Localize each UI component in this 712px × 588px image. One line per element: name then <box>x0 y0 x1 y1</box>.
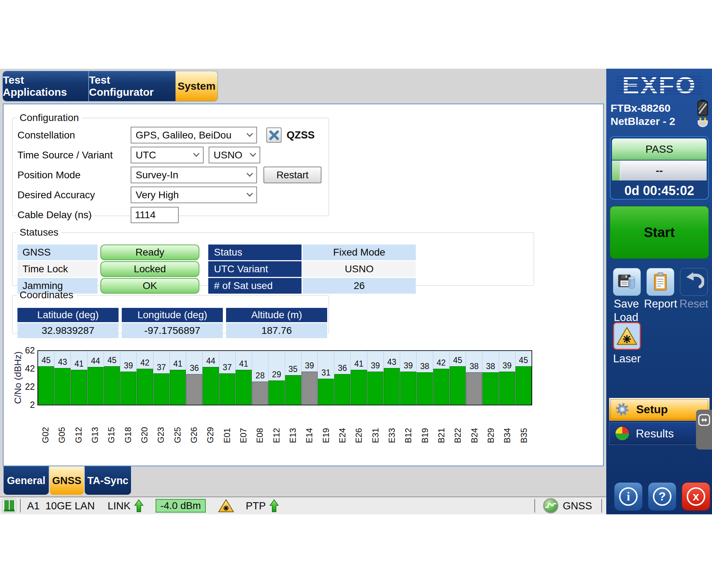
report-icon <box>651 272 670 292</box>
chart-bar <box>38 366 54 405</box>
chevron-down-icon <box>246 170 253 177</box>
desired-accuracy-dropdown[interactable]: Very High <box>131 187 257 203</box>
chart-bar <box>186 374 202 405</box>
desired-accuracy-label: Desired Accuracy <box>17 189 131 201</box>
constellation-dropdown[interactable]: GPS, Galileo, BeiDou <box>131 127 257 143</box>
position-mode-label: Position Mode <box>17 169 131 181</box>
y-tick: 2 <box>19 400 35 410</box>
chevron-down-icon <box>246 190 253 196</box>
gnss-status-badge: Ready <box>100 245 199 260</box>
laser-button[interactable] <box>613 322 641 350</box>
chart-bar <box>252 382 268 405</box>
chart-x-label: B35 <box>516 408 532 443</box>
y-tick: 22 <box>19 382 35 392</box>
help-button[interactable]: ? <box>648 482 676 511</box>
laser-label: Laser <box>613 352 641 366</box>
altitude-column: Altitude (m) 187.76 <box>226 308 327 338</box>
elapsed-timer: 0d 00:45:02 <box>611 183 708 198</box>
cable-delay-input[interactable] <box>131 207 179 223</box>
remote-session-tab[interactable] <box>696 410 712 450</box>
time-lock-status-label: Time Lock <box>17 261 98 277</box>
chart-bar <box>400 372 416 405</box>
chart-bar <box>351 370 367 405</box>
close-button[interactable]: x <box>682 482 710 511</box>
gnss-indicator-label: GNSS <box>563 500 592 512</box>
chart-x-label: E24 <box>334 408 351 443</box>
tab-label: Test Applications <box>3 74 88 98</box>
time-source-dropdown[interactable]: UTC <box>131 147 204 163</box>
chart-x-label: G20 <box>136 408 153 443</box>
coordinates-group: Coordinates Latitude (deg) 32.9839287 Lo… <box>12 289 329 334</box>
constellation-value: GPS, Galileo, BeiDou <box>136 130 231 141</box>
chart-bar <box>71 370 87 405</box>
tab-system[interactable]: System <box>176 71 218 101</box>
chevron-down-icon <box>193 150 199 157</box>
chart-bar <box>318 379 334 405</box>
chart-x-label: E07 <box>235 408 252 443</box>
chart-x-label: G13 <box>87 408 103 443</box>
restart-button[interactable]: Restart <box>263 167 321 183</box>
tab-label: GNSS <box>52 475 81 487</box>
report-button[interactable] <box>646 268 674 296</box>
chart-bar-column: 44 <box>203 351 219 405</box>
chart-bar-column: 45 <box>104 351 120 405</box>
save-load-button[interactable] <box>613 268 641 296</box>
top-tab-bar: Test Applications Test Configurator Syst… <box>3 71 218 101</box>
chart-x-label: G23 <box>153 408 169 443</box>
start-label: Start <box>644 225 675 240</box>
tab-test-applications[interactable]: Test Applications <box>3 71 88 101</box>
chart-x-label: B12 <box>400 408 417 443</box>
progress-bar: -- <box>612 161 707 180</box>
variant-dropdown[interactable]: USNO <box>209 147 260 163</box>
longitude-header: Longitude (deg) <box>122 308 223 322</box>
tab-gnss[interactable]: GNSS <box>50 466 84 495</box>
progress-bar-fill <box>612 161 621 180</box>
chart-bar <box>120 372 136 405</box>
chart-bar-column: 45 <box>450 351 466 405</box>
chart-y-axis-label: C/No (dBHz) <box>12 351 23 404</box>
chart-bar <box>334 374 350 405</box>
chart-x-label: B21 <box>433 408 450 443</box>
tab-test-configurator[interactable]: Test Configurator <box>88 71 176 101</box>
desired-accuracy-value: Very High <box>136 189 179 201</box>
save-load-label: Save Load <box>614 297 639 324</box>
variant-value: USNO <box>214 149 242 161</box>
tab-general[interactable]: General <box>4 466 49 495</box>
divider <box>534 499 535 513</box>
divider <box>601 499 602 513</box>
latitude-column: Latitude (deg) 32.9839287 <box>17 308 119 338</box>
chart-bar-column: 41 <box>170 351 186 405</box>
cno-bar-chart: C/No (dBHz) 62 42 22 2 45434144453942374… <box>7 338 534 462</box>
chart-bar-column: 42 <box>137 351 153 405</box>
chart-plot: 4543414445394237413644374128293539313641… <box>37 350 532 405</box>
chart-bar-column: 39 <box>400 351 417 405</box>
chart-x-label: G18 <box>120 408 136 443</box>
chart-x-label: E26 <box>351 408 367 443</box>
info-button[interactable]: i <box>614 482 643 511</box>
qzss-checkbox[interactable] <box>266 127 282 143</box>
time-source-value: UTC <box>136 149 156 161</box>
chart-x-label: E13 <box>285 408 301 443</box>
setup-button[interactable]: Setup <box>609 398 710 421</box>
chart-x-label: B19 <box>417 408 433 443</box>
position-mode-dropdown[interactable]: Survey-In <box>131 167 257 183</box>
start-button[interactable]: Start <box>610 206 709 259</box>
pie-chart-icon <box>614 426 630 441</box>
model-number: FTBx-88260 <box>611 101 675 115</box>
chart-bar <box>433 369 449 405</box>
status-value: Fixed Mode <box>303 245 416 260</box>
reset-button[interactable] <box>680 268 708 296</box>
chart-bar <box>499 372 515 405</box>
power-plug-icon <box>697 117 709 128</box>
results-button[interactable]: Results <box>609 422 710 445</box>
gear-icon <box>614 401 630 418</box>
chart-bar-column: 31 <box>318 351 334 405</box>
latitude-value: 32.9839287 <box>17 323 119 338</box>
chart-bar <box>137 369 153 405</box>
coordinates-legend: Coordinates <box>17 289 76 301</box>
chevron-down-icon <box>250 150 256 157</box>
laser-warning-icon <box>218 499 234 513</box>
tab-ta-sync[interactable]: TA-Sync <box>85 466 131 495</box>
port-label: A1 <box>27 500 40 512</box>
chart-x-label: B24 <box>466 408 483 443</box>
